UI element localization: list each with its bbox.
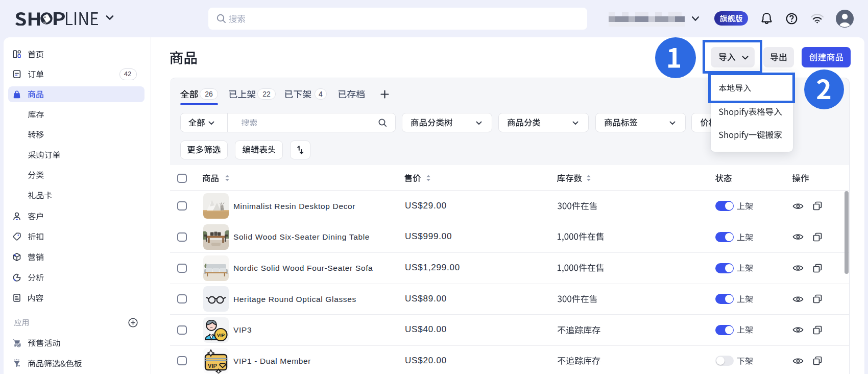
svg-text:VIP: VIP <box>217 332 225 338</box>
svg-text:VIP: VIP <box>208 363 217 369</box>
